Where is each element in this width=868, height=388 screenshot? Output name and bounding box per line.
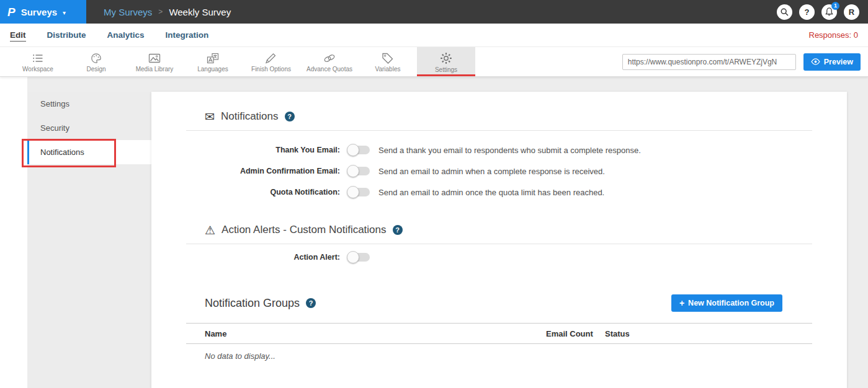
action-alert-rows: Action Alert: <box>186 250 812 264</box>
column-header-name: Name <box>186 324 546 344</box>
admin-confirmation-email-toggle[interactable] <box>347 167 370 175</box>
notification-groups-header: Notification Groups ? + New Notification… <box>186 294 812 312</box>
help-button[interactable]: ? <box>799 4 815 20</box>
quota-notification-label: Quota Notification: <box>186 188 340 196</box>
notification-badge: 1 <box>831 2 839 10</box>
questionpro-logo-icon: P <box>7 6 16 18</box>
tag-icon <box>382 53 394 64</box>
breadcrumb: My Surveys > Weekly Survey <box>104 7 231 17</box>
toolbar-item-languages[interactable]: Languages <box>184 47 242 76</box>
product-switcher[interactable]: P Surveys ▾ <box>0 0 86 24</box>
image-icon <box>148 53 161 64</box>
admin-confirmation-email-description: Send an email to admin when a complete r… <box>378 167 605 176</box>
notifications-help-icon[interactable]: ? <box>285 112 295 121</box>
thank-you-email-toggle[interactable] <box>347 146 370 154</box>
tab-analytics[interactable]: Analytics <box>107 29 145 42</box>
notification-settings-rows: Thank You Email: Send a thank you email … <box>186 143 812 199</box>
question-mark-icon: ? <box>805 7 810 17</box>
questionpro-app: P Surveys ▾ My Surveys > Weekly Survey ? <box>0 0 868 388</box>
tab-integration[interactable]: Integration <box>166 29 209 42</box>
toolbar-item-advance-quotas[interactable]: Advance Quotas <box>300 47 359 76</box>
settings-sidebar: Settings Security Notifications <box>27 92 151 388</box>
breadcrumb-separator-icon: > <box>158 7 163 16</box>
toolbar-item-design[interactable]: Design <box>67 47 125 76</box>
topbar-actions: ? 1 R <box>777 4 859 20</box>
action-alert-row: Action Alert: <box>186 250 812 264</box>
gear-icon <box>440 52 452 64</box>
sidebar-item-security[interactable]: Security <box>27 116 151 140</box>
admin-confirmation-email-label: Admin Confirmation Email: <box>186 167 340 175</box>
toolbar-item-finish-options[interactable]: Finish Options <box>242 47 300 76</box>
section-divider <box>186 244 812 244</box>
toolbar-item-label: Finish Options <box>251 66 291 73</box>
action-alert-toggle[interactable] <box>347 253 370 262</box>
workspace-icon <box>32 53 44 64</box>
new-notification-group-button[interactable]: + New Notification Group <box>671 294 782 312</box>
notification-groups-help-icon[interactable]: ? <box>306 298 316 308</box>
top-bar: P Surveys ▾ My Surveys > Weekly Survey ? <box>0 0 868 24</box>
preview-button-label: Preview <box>824 58 853 66</box>
left-gutter <box>0 77 27 388</box>
chevron-down-icon: ▾ <box>63 9 66 16</box>
new-notification-group-label: New Notification Group <box>688 299 774 307</box>
survey-url-input[interactable] <box>622 54 796 70</box>
notification-groups-title: Notification Groups <box>205 297 300 310</box>
product-name: Surveys <box>21 7 57 17</box>
breadcrumb-current-survey: Weekly Survey <box>169 7 231 17</box>
toolbar-item-workspace[interactable]: Workspace <box>9 47 67 76</box>
avatar[interactable]: R <box>844 4 859 20</box>
admin-confirmation-email-row: Admin Confirmation Email: Send an email … <box>186 164 812 178</box>
toolbar-item-label: Variables <box>375 66 401 73</box>
toolbar-item-settings[interactable]: Settings <box>417 47 475 76</box>
quota-notification-description: Send an email to admin once the quota li… <box>378 188 604 197</box>
action-alerts-section-title: Action Alerts - Custom Notifications <box>221 224 386 236</box>
toolbar-right: Preview <box>622 47 868 76</box>
notifications-button[interactable]: 1 <box>821 4 837 20</box>
palette-icon <box>90 53 102 64</box>
search-button[interactable] <box>777 4 792 20</box>
search-icon <box>781 8 789 16</box>
tab-edit[interactable]: Edit <box>10 29 26 42</box>
table-header-row: Name Email Count Status <box>186 324 812 344</box>
action-alerts-section-header: ⚠ Action Alerts - Custom Notifications ? <box>186 223 812 237</box>
toolbar-item-label: Settings <box>435 66 457 73</box>
action-alert-label: Action Alert: <box>186 253 340 262</box>
action-alerts-help-icon[interactable]: ? <box>393 225 403 235</box>
toolbar-item-variables[interactable]: Variables <box>359 47 417 76</box>
tab-distribute[interactable]: Distribute <box>47 29 86 42</box>
toggle-knob <box>347 186 359 198</box>
notification-groups-table: Name Email Count Status <box>186 323 812 344</box>
chain-link-icon <box>323 53 336 64</box>
pencil-icon <box>265 53 277 64</box>
thank-you-email-row: Thank You Email: Send a thank you email … <box>186 143 812 157</box>
plus-icon: + <box>679 298 684 308</box>
toolbar-item-label: Media Library <box>136 66 174 73</box>
table-empty-message: No data to display... <box>186 344 812 361</box>
sidebar-item-notifications[interactable]: Notifications <box>27 140 151 164</box>
section-divider <box>186 130 812 131</box>
column-header-status: Status <box>605 324 812 344</box>
sidebar-item-settings[interactable]: Settings <box>27 92 151 116</box>
thank-you-email-label: Thank You Email: <box>186 146 340 154</box>
envelope-icon: ✉ <box>205 111 215 123</box>
toggle-knob <box>347 165 359 177</box>
settings-content-area: Settings Security Notifications ✉ Notifi… <box>0 77 868 388</box>
quota-notification-row: Quota Notification: Send an email to adm… <box>186 185 812 199</box>
notifications-panel: ✉ Notifications ? Thank You Email: Send … <box>151 92 847 388</box>
main-nav-tabs: Edit Distribute Analytics Integration <box>10 29 208 42</box>
eye-icon <box>811 58 820 65</box>
avatar-initial: R <box>849 7 854 17</box>
responses-count: Responses: 0 <box>809 30 859 40</box>
breadcrumb-my-surveys[interactable]: My Surveys <box>104 7 152 17</box>
toggle-knob <box>347 251 359 263</box>
preview-button[interactable]: Preview <box>803 53 861 71</box>
toolbar-item-label: Advance Quotas <box>306 66 352 73</box>
warning-icon: ⚠ <box>205 224 215 236</box>
toolbar-item-label: Design <box>86 66 105 73</box>
thank-you-email-description: Send a thank you email to respondents wh… <box>378 146 641 155</box>
toolbar-item-media-library[interactable]: Media Library <box>125 47 184 76</box>
quota-notification-toggle[interactable] <box>347 188 370 196</box>
main-nav-bar: Edit Distribute Analytics Integration Re… <box>0 24 868 47</box>
toolbar-item-label: Workspace <box>22 66 53 73</box>
notifications-section-header: ✉ Notifications ? <box>186 109 812 124</box>
